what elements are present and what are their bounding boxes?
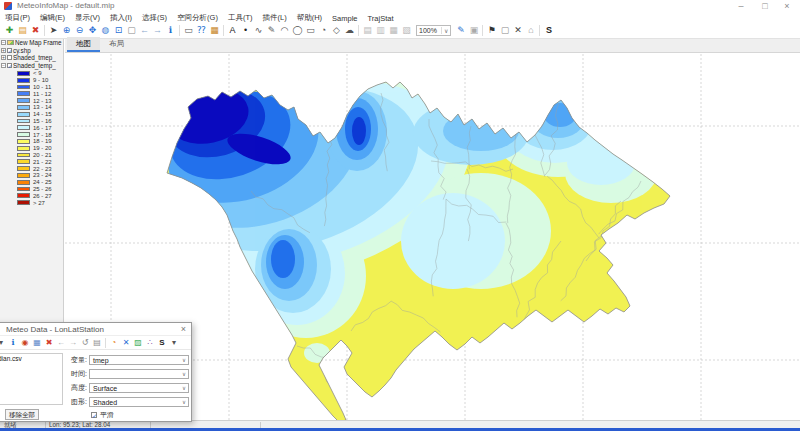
level-select[interactable]: Surface∨ (89, 383, 189, 393)
layer-node-cy.shp[interactable]: +✓cy.shp (0, 47, 63, 55)
zoom-next-icon[interactable]: → (151, 24, 164, 37)
station-model-icon[interactable]: S (156, 337, 168, 349)
select-feature-icon[interactable]: ⚑ (485, 24, 498, 37)
dialog-close-icon[interactable]: × (181, 324, 186, 334)
chevron-down-icon[interactable]: ∨ (441, 27, 448, 34)
menu-item-8[interactable]: 插件(L) (258, 13, 292, 23)
chevron-down-icon[interactable]: ∨ (182, 399, 186, 405)
station-model-icon[interactable]: S (542, 24, 555, 37)
next-time-icon[interactable]: → (67, 337, 79, 349)
print-icon[interactable]: ▤ (91, 337, 103, 349)
data-file-list[interactable]: dian.csv (0, 353, 63, 405)
zoom-out-icon[interactable]: ⊖ (73, 24, 86, 37)
model-dropdown-icon[interactable]: ▾ (168, 337, 180, 349)
variable-select[interactable]: tmep∨ (89, 355, 189, 365)
draw-curve-icon[interactable]: ◠ (278, 24, 291, 37)
reshape-feature-icon[interactable]: ⌂ (524, 24, 537, 37)
menu-item-3[interactable]: 显示(V) (70, 13, 105, 23)
draw-cloud-icon[interactable]: ☁ (343, 24, 356, 37)
draw-ellipse-icon[interactable]: ◯ (291, 24, 304, 37)
layer-node-Shaded_temp_[interactable]: −✓Shaded_temp_ (0, 62, 63, 70)
menu-item-10[interactable]: Sample (327, 14, 362, 23)
station-position-icon[interactable]: ◉ (19, 337, 31, 349)
legend-item: 25 - 26 (0, 186, 63, 193)
menu-item-2[interactable]: 编辑(E) (35, 13, 70, 23)
raster-icon[interactable]: ▨ (132, 337, 144, 349)
menu-item-4[interactable]: 插入(I) (105, 13, 137, 23)
menu-item-11[interactable]: TrajStat (363, 14, 399, 23)
layout-tool-icon-3[interactable]: ▦ (387, 24, 400, 37)
menu-item-1[interactable]: 项目(P) (0, 13, 35, 23)
maximize-button[interactable]: □ (754, 0, 776, 12)
tab-layout[interactable]: 布局 (100, 37, 133, 52)
layer-visibility-checkbox[interactable]: ✓ (7, 63, 12, 68)
draw-polyline-icon[interactable]: ∿ (252, 24, 265, 37)
draw-rectangle-icon[interactable]: ▭ (304, 24, 317, 37)
previous-time-icon[interactable]: ← (55, 337, 67, 349)
wind-vector-icon[interactable]: ✕ (120, 337, 132, 349)
layout-tool-icon-2[interactable]: ▥ (374, 24, 387, 37)
separator (358, 25, 359, 36)
scatter-icon[interactable]: ∴ (144, 337, 156, 349)
menu-item-7[interactable]: 工具(T) (223, 13, 258, 23)
file-list-item[interactable]: dian.csv (0, 354, 62, 362)
remove-all-button[interactable]: 移除全部 (5, 409, 39, 420)
attribute-table-icon[interactable]: ▦ (208, 24, 221, 37)
expand-icon[interactable]: − (1, 63, 6, 68)
select-rectangle-icon[interactable]: ▢ (125, 24, 138, 37)
open-data-dropdown-icon[interactable]: ▾ (0, 337, 7, 349)
zoom-in-icon[interactable]: ⊕ (60, 24, 73, 37)
legend-swatch (17, 187, 30, 192)
zoom-previous-icon[interactable]: ← (138, 24, 151, 37)
select-dropdown-icon[interactable]: ▭ (182, 24, 195, 37)
chevron-down-icon[interactable]: ∨ (182, 385, 186, 391)
smooth-option[interactable]: ✓ 平滑 (65, 409, 189, 421)
draw-point-icon[interactable]: • (239, 24, 252, 37)
remove-data-icon[interactable]: ✖ (43, 337, 55, 349)
expand-icon[interactable]: + (1, 48, 6, 53)
chevron-down-icon[interactable]: ∨ (182, 357, 186, 363)
identify-icon[interactable]: ℹ (164, 24, 177, 37)
menu-item-9[interactable]: 帮助(H) (292, 13, 327, 23)
legend-label: 19 - 20 (33, 145, 52, 151)
full-extent-icon[interactable]: ◍ (99, 24, 112, 37)
layer-visibility-checkbox[interactable]: ✓ (7, 48, 12, 53)
pan-icon[interactable]: ✥ (86, 24, 99, 37)
plot-type-select[interactable]: Shaded∨ (89, 397, 189, 407)
zoom-window-icon[interactable]: ⊡ (112, 24, 125, 37)
expand-icon[interactable]: + (1, 55, 6, 60)
delete-feature-icon[interactable]: ✕ (511, 24, 524, 37)
collapse-icon[interactable]: − (1, 40, 6, 45)
open-project-icon[interactable]: ▤ (16, 24, 29, 37)
layer-visibility-checkbox[interactable] (7, 55, 12, 60)
close-button[interactable]: × (776, 0, 798, 12)
edit-start-icon[interactable]: ✎ (454, 24, 467, 37)
layer-node-Shaded_tmep_[interactable]: +Shaded_tmep_ (0, 54, 63, 62)
tab-map[interactable]: 地图 (67, 37, 100, 52)
time-select[interactable]: ∨ (89, 369, 189, 379)
map-frame-node[interactable]: − New Map Frame (0, 39, 63, 47)
chevron-down-icon[interactable]: ∨ (182, 371, 186, 377)
data-table-icon[interactable]: ▦ (31, 337, 43, 349)
select-arrow-icon[interactable]: ➤ (47, 24, 60, 37)
minimize-button[interactable]: – (730, 0, 752, 12)
draw-polygon-icon[interactable]: ◇ (330, 24, 343, 37)
smooth-checkbox[interactable]: ✓ (91, 412, 97, 418)
add-feature-icon[interactable]: ▢ (498, 24, 511, 37)
zoom-level-combo[interactable]: 100%∨ (416, 25, 451, 36)
text-label-icon[interactable]: A (226, 24, 239, 37)
add-layer-icon[interactable]: ✚ (3, 24, 16, 37)
menu-item-6[interactable]: 空间分析(G) (172, 13, 223, 23)
animate-icon[interactable]: ↺ (79, 337, 91, 349)
draw-freehand-icon[interactable]: ✎ (265, 24, 278, 37)
layout-tool-icon-1[interactable]: ▤ (361, 24, 374, 37)
dialog-title-bar[interactable]: Meteo Data - LonLatStation × (0, 323, 191, 336)
layout-tool-icon-4[interactable]: ▧ (400, 24, 413, 37)
contour-icon[interactable]: ◔ (108, 337, 120, 349)
data-info-icon[interactable]: ℹ (7, 337, 19, 349)
close-project-icon[interactable]: ✖ (29, 24, 42, 37)
edit-save-icon[interactable]: ▣ (467, 24, 480, 37)
menu-item-5[interactable]: 选择(S) (137, 13, 172, 23)
query-icon[interactable]: ⁇ (195, 24, 208, 37)
draw-circle-icon[interactable]: ◔ (317, 24, 330, 37)
